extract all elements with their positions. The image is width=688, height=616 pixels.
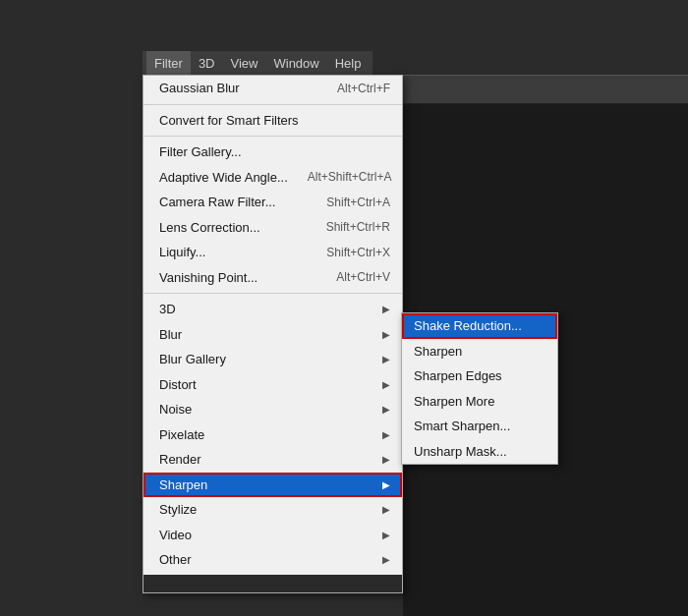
menu-item-label: Blur Gallery (159, 350, 226, 369)
menu-item-label: Adaptive Wide Angle... (159, 168, 288, 188)
menu-item-convert-smart[interactable]: Convert for Smart Filters (143, 108, 402, 134)
menu-item-sharpen[interactable]: Sharpen ▶ (143, 473, 402, 498)
menu-item-lens-correction[interactable]: Lens Correction... Shift+Ctrl+R (143, 215, 402, 241)
app-background: Filter 3D View Window Help Width: ▶ Gaus… (0, 0, 688, 616)
submenu-arrow-icon: ▶ (382, 528, 390, 542)
menu-item-camera-raw[interactable]: Camera Raw Filter... Shift+Ctrl+A (143, 190, 402, 215)
submenu-arrow-icon: ▶ (382, 377, 390, 392)
submenu-arrow-icon: ▶ (382, 502, 390, 517)
menu-item-liquify[interactable]: Liquify... Shift+Ctrl+X (143, 240, 402, 265)
menu-separator-2 (143, 136, 402, 137)
menu-item-render[interactable]: Render ▶ (143, 447, 402, 473)
menu-item-filter-gallery[interactable]: Filter Gallery... (143, 140, 402, 165)
menu-item-label: Lens Correction... (159, 218, 260, 238)
menu-item-label: Render (159, 450, 201, 470)
menu-item-label: Gaussian Blur (159, 79, 240, 98)
menu-item-shortcut: Alt+Ctrl+F (337, 80, 390, 97)
menu-item-label: Stylize (159, 500, 197, 520)
sharpen-submenu: Shake Reduction... Sharpen Sharpen Edges… (401, 312, 558, 465)
submenu-arrow-icon: ▶ (382, 402, 390, 417)
menu-item-shortcut: Shift+Ctrl+A (326, 194, 390, 211)
menu-item-blur-gallery[interactable]: Blur Gallery ▶ (143, 347, 402, 372)
submenu-item-sharpen[interactable]: Sharpen (402, 339, 557, 364)
menubar-help[interactable]: Help (327, 51, 370, 75)
menu-item-adaptive-wide[interactable]: Adaptive Wide Angle... Alt+Shift+Ctrl+A (143, 165, 402, 191)
menu-item-label: 3D (159, 300, 176, 319)
menu-item-label: Blur (159, 325, 182, 345)
menu-item-label: Camera Raw Filter... (159, 193, 275, 212)
submenu-arrow-icon: ▶ (382, 352, 390, 366)
submenu-item-label: Smart Sharpen... (414, 417, 510, 436)
menu-item-shortcut: Alt+Shift+Ctrl+A (308, 168, 392, 186)
menu-item-shortcut: Alt+Ctrl+V (336, 268, 390, 286)
submenu-item-sharpen-edges[interactable]: Sharpen Edges (402, 364, 557, 389)
submenu-item-shake-reduction[interactable]: Shake Reduction... (402, 313, 557, 339)
submenu-arrow-icon: ▶ (382, 477, 390, 492)
submenu-arrow-icon: ▶ (382, 302, 390, 316)
submenu-item-sharpen-more[interactable]: Sharpen More (402, 389, 557, 415)
submenu-item-label: Shake Reduction... (414, 316, 522, 336)
menu-item-3d[interactable]: 3D ▶ (143, 297, 402, 322)
menubar-3d[interactable]: 3D (191, 51, 223, 75)
menu-item-label: Vanishing Point... (159, 268, 258, 288)
menubar-view[interactable]: View (223, 51, 266, 75)
submenu-arrow-icon: ▶ (382, 327, 390, 342)
menu-separator-1 (143, 104, 402, 105)
filter-menu: Gaussian Blur Alt+Ctrl+F Convert for Sma… (143, 75, 403, 593)
menu-item-label: Distort (159, 375, 197, 395)
menu-item-shortcut: Shift+Ctrl+X (326, 244, 390, 261)
submenu-item-label: Unsharp Mask... (414, 442, 507, 462)
menu-item-blur[interactable]: Blur ▶ (143, 322, 402, 348)
menu-item-label: Liquify... (159, 243, 205, 262)
menu-item-label: Pixelate (159, 425, 204, 445)
menu-item-other[interactable]: Other ▶ (143, 547, 402, 573)
menu-item-label: Convert for Smart Filters (159, 111, 299, 131)
submenu-item-label: Sharpen More (414, 392, 494, 412)
menu-item-gaussian-blur[interactable]: Gaussian Blur Alt+Ctrl+F (143, 76, 402, 101)
menu-separator-3 (143, 293, 402, 294)
submenu-arrow-icon: ▶ (382, 452, 390, 467)
menu-item-shortcut: Shift+Ctrl+R (326, 218, 390, 236)
menu-item-video[interactable]: Video ▶ (143, 523, 402, 548)
submenu-item-unsharp-mask[interactable]: Unsharp Mask... (402, 439, 557, 465)
menubar-window[interactable]: Window (265, 51, 326, 75)
menu-item-vanishing-point[interactable]: Vanishing Point... Alt+Ctrl+V (143, 265, 402, 291)
menu-item-noise[interactable]: Noise ▶ (143, 397, 402, 422)
menu-item-label: Sharpen (159, 476, 207, 495)
menu-item-label: Noise (159, 400, 192, 420)
menu-item-pixelate[interactable]: Pixelate ▶ (143, 422, 402, 448)
menu-item-distort[interactable]: Distort ▶ (143, 372, 402, 398)
menu-item-label: Filter Gallery... (159, 142, 242, 162)
menu-item-label: Other (159, 550, 192, 570)
menu-bottom-bar (143, 575, 402, 592)
menubar-filter[interactable]: Filter (146, 51, 191, 75)
submenu-item-label: Sharpen (414, 342, 462, 362)
menu-item-stylize[interactable]: Stylize ▶ (143, 497, 402, 523)
submenu-arrow-icon: ▶ (382, 427, 390, 442)
submenu-item-smart-sharpen[interactable]: Smart Sharpen... (402, 414, 557, 439)
submenu-arrow-icon: ▶ (382, 552, 390, 567)
menubar: Filter 3D View Window Help (143, 51, 373, 75)
menu-item-label: Video (159, 526, 192, 545)
submenu-item-label: Sharpen Edges (414, 366, 502, 386)
